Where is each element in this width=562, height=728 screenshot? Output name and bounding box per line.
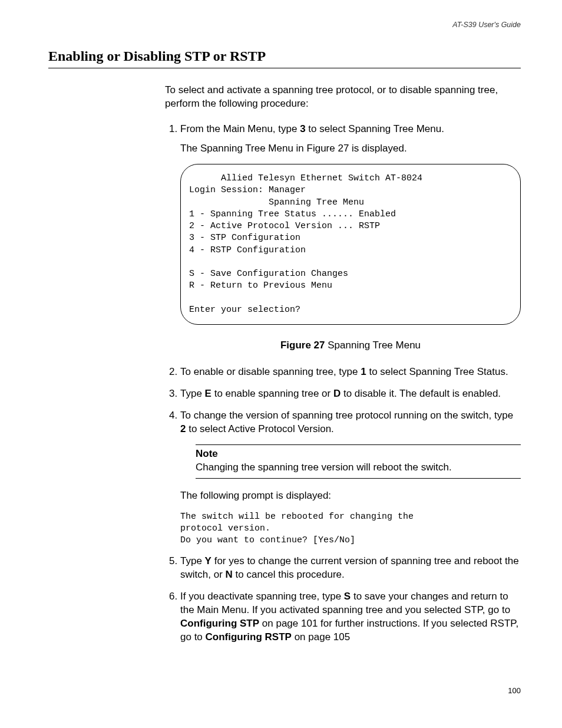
step-text: to select Spanning Tree Menu. [306,123,444,134]
terminal-figure: Allied Telesyn Ethernet Switch AT-8024 L… [180,164,521,325]
step-4: To change the version of spanning tree p… [180,409,521,546]
step-1: From the Main Menu, type 3 to select Spa… [180,123,521,353]
xref-configuring-stp: Configuring STP [180,618,259,629]
title-rule [48,68,521,68]
key-n: N [226,569,233,580]
intro-paragraph: To select and activate a spanning tree p… [165,84,521,111]
key-e: E [205,388,211,399]
key-y: Y [205,555,211,566]
step-text: Type [180,555,205,566]
key-1: 1 [361,366,366,377]
procedure-list: From the Main Menu, type 3 to select Spa… [165,123,521,644]
step-4-after: The following prompt is displayed: [180,489,521,503]
step-text: to select Spanning Tree Status. [366,366,508,377]
step-text: to select Active Protocol Version. [186,423,333,434]
figure-caption: Figure 27 Spanning Tree Menu [180,339,521,353]
note-box: Note Changing the spanning tree version … [196,444,521,479]
step-5: Type Y for yes to change the current ver… [180,555,521,582]
content-column: To select and activate a spanning tree p… [165,84,521,644]
step-3: Type E to enable spanning tree or D to d… [180,387,521,401]
step-text: Type [180,388,205,399]
step-text: To enable or disable spanning tree, type [180,366,361,377]
note-title: Note [196,447,521,461]
figure-label: Figure 27 [280,340,325,351]
step-text: From the Main Menu, type [180,123,300,134]
page-number: 100 [48,686,521,696]
page-title: Enabling or Disabling STP or RSTP [48,47,521,65]
prompt-text: The switch will be rebooted for changing… [180,511,521,547]
figure-title: Spanning Tree Menu [325,340,421,351]
step-text: to enable spanning tree or [211,388,333,399]
step-1-sub: The Spanning Tree Menu in Figure 27 is d… [180,142,521,156]
step-text: on page 105 [292,631,350,643]
running-header: AT-S39 User's Guide [48,20,521,30]
key-d: D [333,388,340,399]
step-text: to cancel this procedure. [233,569,345,580]
key-s: S [344,591,351,602]
key-3: 3 [300,123,305,134]
step-text: To change the version of spanning tree p… [180,410,513,421]
step-text: to disable it. The default is enabled. [340,388,501,399]
step-text: If you deactivate spanning tree, type [180,591,344,602]
note-body: Changing the spanning tree version will … [196,461,521,475]
step-2: To enable or disable spanning tree, type… [180,365,521,379]
step-6: If you deactivate spanning tree, type S … [180,590,521,644]
xref-configuring-rstp: Configuring RSTP [206,631,292,643]
